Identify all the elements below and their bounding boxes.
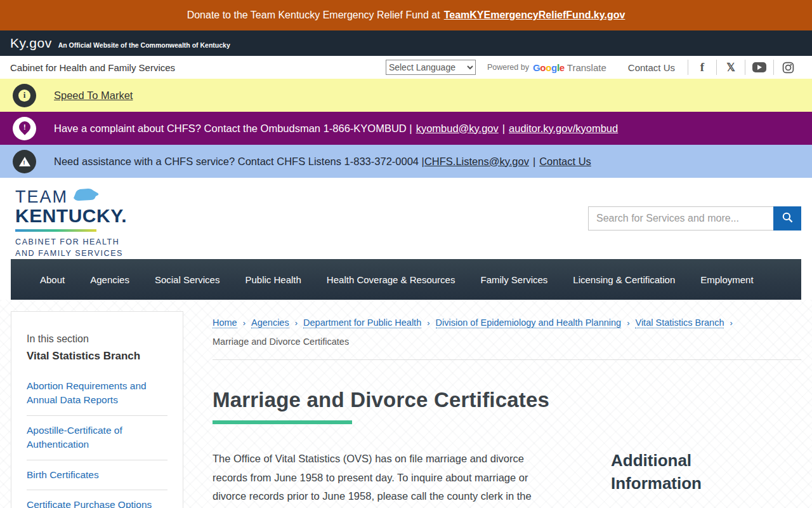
nav-item-employment[interactable]: Employment — [688, 268, 766, 291]
breadcrumb-separator: › — [730, 318, 732, 328]
team-kentucky-logo[interactable]: TEAM KENTUCKY. CABINET FOR HEALTH AND FA… — [15, 188, 127, 259]
cabinet-site-name: Cabinet for Health and Family Services — [10, 62, 175, 73]
section-sidebar: In this section Vital Statistics Branch … — [11, 311, 183, 508]
search-icon — [782, 211, 794, 225]
sidebar-item-birth-certificates[interactable]: Birth Certificates — [27, 460, 167, 490]
contact-us-link[interactable]: Contact Us — [628, 62, 675, 73]
nav-item-agencies[interactable]: Agencies — [77, 268, 142, 291]
title-accent-rule — [213, 420, 352, 424]
donate-banner: Donate to the Team Kentucky Emergency Re… — [0, 0, 812, 30]
main-column: Home›Agencies›Department for Public Heal… — [183, 311, 801, 508]
donate-text: Donate to the Team Kentucky Emergency Re… — [187, 10, 440, 21]
breadcrumb: Home›Agencies›Department for Public Heal… — [213, 315, 801, 349]
site-search — [588, 206, 801, 231]
x-twitter-icon[interactable]: 𝕏 — [717, 61, 745, 74]
additional-info-title: Additional Information — [611, 450, 750, 495]
youtube-icon[interactable] — [745, 62, 773, 72]
official-tagline: An Official Website of the Commonwealth … — [58, 41, 230, 49]
sidebar-item-certificate-purchase[interactable]: Certificate Purchase Options — [27, 490, 167, 508]
alert-triangle-icon: ! — [13, 150, 36, 173]
page-title: Marriage and Divorce Certificates — [213, 388, 801, 412]
kygov-brand[interactable]: Ky.gov — [10, 36, 52, 51]
auditor-link[interactable]: auditor.ky.gov/kyombud — [509, 123, 618, 135]
page-content: In this section Vital Statistics Branch … — [0, 300, 812, 508]
location-pin-icon: ! — [13, 117, 36, 140]
breadcrumb-agencies[interactable]: Agencies — [251, 318, 289, 328]
chfs-listens-email-link[interactable]: CHFS.Listens@ky.gov — [424, 156, 529, 168]
breadcrumb-epidemiology[interactable]: Division of Epidemiology and Health Plan… — [436, 318, 622, 328]
language-select[interactable]: Select Language — [386, 60, 476, 75]
logo-cabinet-line2: AND FAMILY SERVICES — [15, 248, 127, 259]
complaint-strip: ! Have a complaint about CHFS? Contact t… — [0, 112, 812, 145]
additional-info-panel: Additional Information Marriage and Divo… — [611, 450, 801, 508]
info-strip: i Speed To Market — [0, 79, 812, 112]
social-links: f 𝕏 — [688, 60, 802, 75]
ombudsman-email-link[interactable]: kyombud@ky.gov — [416, 123, 499, 135]
translate-label: Translate — [567, 62, 606, 73]
sidebar-item-apostille[interactable]: Apostille-Certificate of Authentication — [27, 416, 167, 460]
nav-item-social-services[interactable]: Social Services — [142, 268, 233, 291]
google-logo: Google — [533, 62, 565, 73]
facebook-icon[interactable]: f — [688, 60, 716, 74]
breadcrumb-separator: › — [427, 318, 429, 328]
intro-paragraph: The Office of Vital Statistics (OVS) has… — [213, 450, 549, 508]
logo-gradient-rule — [15, 229, 96, 232]
donate-link[interactable]: TeamKYEmergencyReliefFund.ky.gov — [444, 10, 625, 21]
kygov-bar: Ky.gov An Official Website of the Common… — [0, 30, 812, 56]
breadcrumb-separator: › — [243, 318, 246, 328]
assistance-text: Need assistance with a CHFS service? Con… — [54, 156, 424, 168]
pipe-separator: | — [502, 123, 505, 135]
nav-item-licensing[interactable]: Licensing & Certification — [560, 268, 688, 291]
search-input[interactable] — [588, 206, 773, 231]
site-header: TEAM KENTUCKY. CABINET FOR HEALTH AND FA… — [0, 178, 812, 259]
sidebar-kicker: In this section — [27, 333, 167, 345]
utility-bar: Cabinet for Health and Family Services S… — [0, 56, 812, 79]
breadcrumb-vital-statistics[interactable]: Vital Statistics Branch — [635, 318, 724, 328]
nav-item-family-services[interactable]: Family Services — [468, 268, 560, 291]
logo-team-text: TEAM — [15, 189, 68, 206]
logo-cabinet-line1: CABINET FOR HEALTH — [15, 236, 127, 248]
assistance-strip: ! Need assistance with a CHFS service? C… — [0, 145, 812, 178]
logo-kentucky-text: KENTUCKY. — [15, 206, 127, 226]
kentucky-state-icon — [72, 188, 100, 204]
pipe-separator: | — [533, 156, 535, 168]
assistance-contact-us-link[interactable]: Contact Us — [539, 156, 591, 168]
search-button[interactable] — [773, 206, 801, 231]
main-nav: About Agencies Social Services Public He… — [11, 259, 801, 300]
breadcrumb-separator: › — [627, 318, 629, 328]
sidebar-title: Vital Statistics Branch — [27, 350, 167, 363]
breadcrumb-home[interactable]: Home — [213, 318, 237, 328]
nav-item-public-health[interactable]: Public Health — [232, 268, 313, 291]
sidebar-item-abortion-reports[interactable]: Abortion Requirements and Annual Data Re… — [27, 379, 167, 416]
info-icon: i — [13, 84, 36, 107]
powered-by-label: Powered by — [487, 63, 529, 72]
nav-item-about[interactable]: About — [27, 268, 77, 291]
complaint-text: Have a complaint about CHFS? Contact the… — [54, 123, 412, 135]
breadcrumb-current: Marriage and Divorce Certificates — [213, 334, 801, 350]
breadcrumb-public-health[interactable]: Department for Public Health — [303, 318, 421, 328]
divider — [213, 359, 801, 360]
breadcrumb-separator: › — [295, 318, 298, 328]
nav-item-health-coverage[interactable]: Health Coverage & Resources — [314, 268, 468, 291]
instagram-icon[interactable] — [774, 62, 802, 74]
speed-to-market-link[interactable]: Speed To Market — [54, 90, 133, 102]
